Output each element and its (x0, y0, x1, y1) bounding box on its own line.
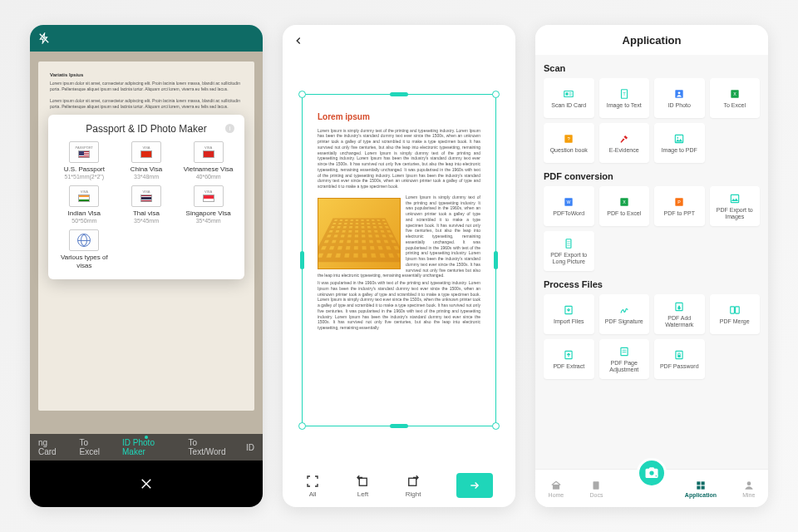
text-icon: T (618, 88, 631, 100)
lock-icon (672, 349, 686, 361)
screen-id-photo-maker: Variatis Ipsius Lorem ipsum dolor sit am… (30, 25, 263, 507)
nav-mine[interactable]: Mine (742, 480, 755, 498)
tool-rotate-left[interactable]: Left (355, 474, 370, 498)
id-icon (562, 88, 575, 100)
crop-handle-bottom[interactable] (390, 424, 408, 428)
svg-point-13 (678, 91, 681, 94)
crop-handle-left[interactable] (300, 251, 304, 269)
app-import-files[interactable]: Import Files (544, 294, 594, 334)
svg-text:W: W (567, 200, 571, 204)
tool-all[interactable]: All (305, 474, 320, 498)
crop-handle-tl[interactable] (298, 91, 306, 98)
camera-fab[interactable]: + (637, 458, 667, 488)
bottom-nav: + HomeDocsApplicationMine (535, 469, 768, 507)
crop-area[interactable]: Lorem ipsum Lorem Ipsum is simply dummy … (283, 57, 515, 464)
svg-rect-40 (678, 355, 682, 357)
screen-crop: Lorem ipsum Lorem Ipsum is simply dummy … (283, 25, 515, 507)
svg-rect-45 (594, 481, 599, 489)
app-pdf-to-excel[interactable]: XPDF to Excel (599, 186, 650, 226)
tab-id-photo[interactable]: ID Photo Maker (122, 438, 174, 456)
visa-option-in[interactable]: VISAIndian Visa50*50mm (55, 185, 114, 224)
info-icon[interactable]: i (225, 124, 234, 133)
tab-card[interactable]: ng Card (38, 438, 65, 456)
import-icon (562, 304, 575, 316)
home-icon (550, 480, 562, 491)
tab-text-word[interactable]: To Text/Word (189, 438, 231, 456)
img-icon (728, 193, 741, 204)
visa-option-us[interactable]: PASSPORTU.S. Passport51*51mm(2*2") (55, 141, 114, 180)
app-id-photo[interactable]: ID Photo (654, 78, 705, 118)
section-pdf-conversion: PDF conversionWPDFToWordXPDF to ExcelPPD… (544, 171, 760, 271)
app-to-excel[interactable]: XTo Excel (710, 78, 761, 118)
bottom-bar (30, 461, 263, 507)
app-pdf-export-to-images[interactable]: PDF Export to Images (710, 186, 761, 226)
app-scan-id-card[interactable]: Scan ID Card (544, 78, 594, 118)
app-pdf-page-adjustment[interactable]: PDF Page Adjustment (599, 339, 650, 379)
long-icon (562, 238, 575, 249)
svg-point-50 (746, 481, 751, 485)
svg-text:T: T (623, 91, 626, 96)
confirm-button[interactable] (456, 473, 493, 498)
app-question-book[interactable]: ?Question book (544, 123, 594, 163)
svg-text:X: X (623, 200, 626, 204)
svg-rect-48 (697, 485, 700, 489)
app-pdf-signature[interactable]: PDF Signature (599, 294, 650, 334)
svg-rect-46 (697, 481, 700, 485)
header (283, 25, 515, 57)
crop-handle-top[interactable] (390, 92, 408, 96)
nav-home[interactable]: Home (549, 480, 564, 498)
crop-handle-br[interactable] (492, 422, 500, 430)
svg-rect-34 (735, 307, 739, 313)
imgpdf-icon (672, 133, 686, 145)
docs-icon (590, 480, 602, 491)
svg-text:X: X (733, 91, 736, 96)
nav-application[interactable]: Application (685, 480, 717, 498)
close-icon[interactable] (139, 476, 154, 491)
tool-rotate-right[interactable]: Right (406, 474, 421, 498)
nav-docs[interactable]: Docs (589, 480, 603, 498)
section-scan: ScanScan ID CardTImage to TextID PhotoXT… (544, 63, 760, 163)
tab-id[interactable]: ID (246, 443, 254, 452)
excel-icon: X (728, 88, 741, 100)
header-title: Application (535, 25, 768, 55)
id-photo-modal: Passport & ID Photo Maker i PASSPORTU.S.… (48, 115, 244, 279)
app-pdf-extract[interactable]: PDF Extract (544, 339, 594, 379)
book-icon: ? (562, 133, 575, 145)
app-pdf-to-ppt[interactable]: PPDF to PPT (654, 186, 705, 226)
app-icon (695, 480, 707, 491)
visa-option-globe[interactable]: Various types of visas (55, 229, 114, 269)
crop-handle-tr[interactable] (492, 91, 500, 98)
crop-handle-bl[interactable] (298, 422, 306, 430)
svg-rect-6 (564, 91, 574, 96)
app-image-to-text[interactable]: TImage to Text (599, 78, 650, 118)
gavel-icon (618, 133, 631, 145)
app-e-evidence[interactable]: E-Evidence (599, 123, 650, 163)
mode-tabs: ng Card To Excel ID Photo Maker To Text/… (30, 434, 263, 461)
visa-option-th[interactable]: VISAThai visa35*45mm (117, 185, 176, 224)
tab-excel[interactable]: To Excel (80, 438, 108, 456)
app-content[interactable]: ScanScan ID CardTImage to TextID PhotoXT… (535, 55, 768, 469)
keyboard-image (318, 198, 401, 269)
app-pdf-add-watermark[interactable]: PDF Add Watermark (654, 294, 705, 334)
app-image-to-pdf[interactable]: Image to PDF (654, 123, 705, 163)
app-pdf-password[interactable]: PDF Password (654, 339, 705, 379)
app-pdf-export-to-long-picture[interactable]: PDF Export to Long Picture (544, 231, 594, 271)
section-title: Process Files (544, 279, 760, 289)
app-pdf-merge[interactable]: PDF Merge (710, 294, 761, 334)
screen-application: Application ScanScan ID CardTImage to Te… (535, 25, 768, 507)
visa-option-vn[interactable]: VISAVietnamese Visa40*60mm (179, 141, 238, 180)
crop-handle-right[interactable] (494, 251, 498, 269)
scanned-page: Lorem ipsum Lorem Ipsum is simply dummy … (302, 94, 496, 426)
svg-rect-33 (731, 307, 735, 313)
flash-off-icon[interactable] (38, 32, 50, 44)
back-icon[interactable] (293, 35, 304, 47)
page-icon (618, 346, 631, 357)
svg-point-41 (649, 470, 653, 475)
mine-icon (743, 480, 755, 491)
visa-option-sg[interactable]: VISASingapore Visa35*45mm (179, 185, 238, 224)
visa-option-cn[interactable]: VISAChina Visa33*48mm (117, 141, 176, 180)
merge-icon (728, 304, 741, 316)
app-pdftoword[interactable]: WPDFToWord (544, 186, 594, 226)
active-indicator-dot (145, 436, 148, 439)
svg-point-19 (677, 137, 679, 139)
